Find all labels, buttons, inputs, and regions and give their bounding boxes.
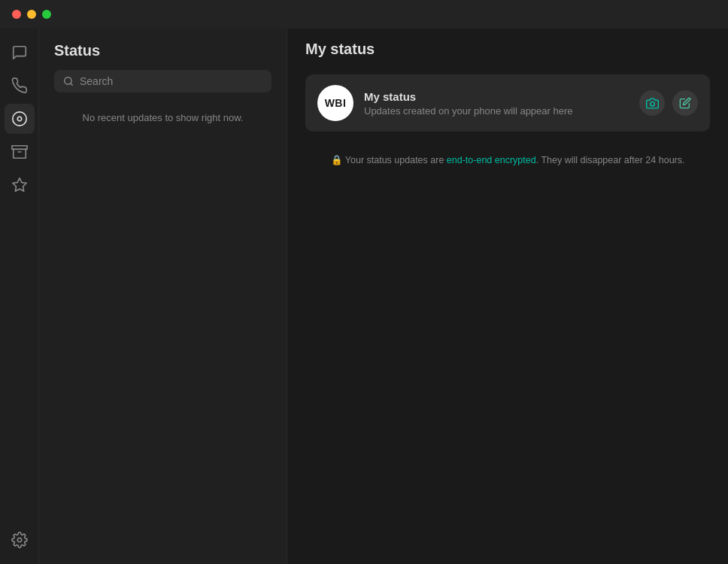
svg-rect-2 (11, 146, 26, 150)
avatar: WBI (317, 85, 353, 121)
svg-point-5 (17, 538, 22, 542)
edit-status-button[interactable] (672, 90, 698, 116)
status-actions (639, 90, 698, 116)
svg-line-7 (71, 83, 73, 86)
status-card-subtitle: Updates created on your phone will appea… (364, 105, 629, 117)
lock-icon: 🔒 (331, 155, 343, 165)
status-icon[interactable] (5, 104, 35, 134)
maximize-button[interactable] (42, 10, 51, 19)
title-bar (0, 0, 728, 29)
search-icon (63, 76, 74, 86)
archive-icon[interactable] (5, 137, 35, 167)
status-info: My status Updates created on your phone … (364, 90, 629, 117)
svg-point-0 (12, 112, 26, 126)
calls-icon[interactable] (5, 71, 35, 101)
my-status-title: My status (305, 41, 710, 58)
encryption-notice: 🔒 Your status updates are end-to-end enc… (305, 154, 710, 165)
avatar-text: WBI (325, 97, 347, 109)
no-updates-text: No recent updates to show right now. (39, 102, 287, 134)
settings-icon[interactable] (5, 525, 35, 555)
svg-point-1 (17, 117, 22, 121)
my-status-header: My status (287, 29, 728, 68)
status-panel-title: Status (54, 42, 271, 59)
status-card-name: My status (364, 90, 629, 103)
encryption-after: . They will disappear after 24 hours. (536, 155, 685, 165)
add-status-camera-button[interactable] (639, 90, 665, 116)
starred-icon[interactable] (5, 170, 35, 200)
encryption-before: Your status updates are (345, 155, 447, 165)
search-bar (54, 70, 271, 92)
svg-point-8 (650, 102, 654, 106)
search-input[interactable] (80, 75, 262, 87)
sidebar (0, 29, 39, 564)
minimize-button[interactable] (27, 10, 36, 19)
status-panel-header: Status (39, 29, 287, 102)
status-panel: Status No recent updates to show right n… (39, 29, 287, 564)
app-container: Status No recent updates to show right n… (0, 29, 728, 564)
chat-icon[interactable] (5, 38, 35, 68)
main-content: My status WBI My status Updates created … (287, 29, 728, 564)
my-status-card: WBI My status Updates created on your ph… (305, 74, 710, 132)
svg-marker-4 (12, 178, 26, 191)
close-button[interactable] (12, 10, 21, 19)
encryption-link[interactable]: end-to-end encrypted (447, 155, 536, 165)
